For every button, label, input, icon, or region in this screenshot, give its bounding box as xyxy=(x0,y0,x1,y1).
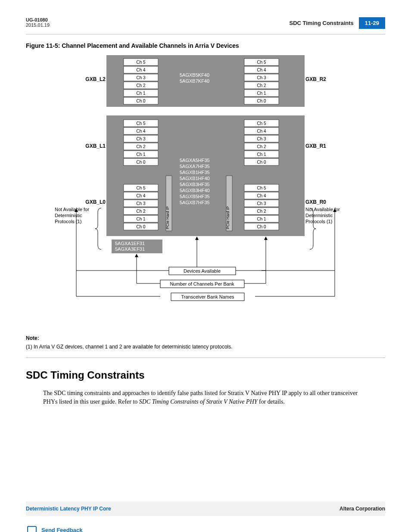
svg-text:Ch 1: Ch 1 xyxy=(257,152,266,157)
svg-text:Ch 5: Ch 5 xyxy=(257,121,266,126)
doc-id: UG-01080 xyxy=(26,17,50,22)
svg-text:Ch 2: Ch 2 xyxy=(257,144,266,149)
svg-text:Ch 3: Ch 3 xyxy=(136,137,146,141)
svg-text:Devices Available: Devices Available xyxy=(184,268,221,274)
svg-text:Ch 1: Ch 1 xyxy=(136,217,146,221)
svg-text:Number of Channels Per Bank: Number of Channels Per Bank xyxy=(170,281,234,286)
body-italic: SDC Timing Constraints of Stratix V Nati… xyxy=(139,398,258,405)
svg-text:Ch 0: Ch 0 xyxy=(257,224,266,229)
svg-text:Ch 1: Ch 1 xyxy=(257,217,266,221)
figure-11-5: Ch 5Ch 4Ch 3Ch 2Ch 1Ch 0 Ch 5Ch 4Ch 3Ch … xyxy=(26,55,385,327)
footer-bar: Deterministic Latency PHY IP Core Altera… xyxy=(26,501,385,516)
devices-extra-2: 5AGXA3EF31 xyxy=(115,246,145,252)
svg-text:Ch 3: Ch 3 xyxy=(257,201,266,206)
svg-text:PCIe Hard IP: PCIe Hard IP xyxy=(165,206,170,229)
doc-date: 2015.01.19 xyxy=(26,22,50,28)
svg-text:Ch 3: Ch 3 xyxy=(136,75,146,80)
svg-text:Ch 5: Ch 5 xyxy=(136,60,146,65)
svg-text:Not Available forDeterministic: Not Available forDeterministicProtocols … xyxy=(55,207,89,224)
page-header: UG-01080 2015.01.19 SDC Timing Constrain… xyxy=(26,17,385,29)
footer-left-link[interactable]: Deterministic Latency PHY IP Core xyxy=(26,506,111,512)
devices-extra-1: 5AGXA1EF31 xyxy=(115,241,145,246)
svg-text:Ch 4: Ch 4 xyxy=(136,129,146,134)
svg-text:Ch 3: Ch 3 xyxy=(257,137,266,141)
svg-text:Ch 0: Ch 0 xyxy=(136,99,146,103)
svg-text:Ch 2: Ch 2 xyxy=(136,83,146,88)
footer-right: Altera Corporation xyxy=(339,506,385,512)
figure-title: Figure 11-5: Channel Placement and Avail… xyxy=(26,42,385,49)
svg-text:Ch 5: Ch 5 xyxy=(257,60,266,65)
svg-text:Ch 3: Ch 3 xyxy=(257,75,266,80)
divider-2 xyxy=(26,358,385,358)
svg-text:GXB_L2: GXB_L2 xyxy=(85,76,106,82)
footer: Deterministic Latency PHY IP Core Altera… xyxy=(26,501,385,532)
svg-text:Ch 4: Ch 4 xyxy=(136,68,146,72)
svg-text:Ch 0: Ch 0 xyxy=(257,99,266,103)
section-heading: SDC Timing Constraints xyxy=(26,369,385,381)
svg-text:PCIe Hard IP: PCIe Hard IP xyxy=(226,206,230,229)
svg-text:GXB_R0: GXB_R0 xyxy=(305,199,326,205)
svg-text:Ch 5: Ch 5 xyxy=(257,186,266,190)
svg-text:Ch 1: Ch 1 xyxy=(257,91,266,96)
section-label: SDC Timing Constraints xyxy=(289,20,353,26)
svg-text:Ch 3: Ch 3 xyxy=(136,201,146,206)
doc-meta: UG-01080 2015.01.19 xyxy=(26,17,50,28)
feedback-row: Send Feedback xyxy=(26,526,385,532)
svg-text:Ch 0: Ch 0 xyxy=(136,224,146,229)
svg-text:Ch 4: Ch 4 xyxy=(136,193,146,198)
svg-text:Ch 0: Ch 0 xyxy=(257,160,266,165)
svg-text:Ch 4: Ch 4 xyxy=(257,193,266,198)
svg-text:GXB_L1: GXB_L1 xyxy=(85,143,106,149)
svg-text:Ch 4: Ch 4 xyxy=(257,129,266,134)
svg-text:Ch 1: Ch 1 xyxy=(136,91,146,96)
speech-bubble-icon xyxy=(26,526,37,532)
header-right: SDC Timing Constraints 11-29 xyxy=(289,17,385,29)
svg-text:Ch 2: Ch 2 xyxy=(257,83,266,88)
svg-text:Ch 2: Ch 2 xyxy=(136,209,146,214)
page-number: 11-29 xyxy=(359,17,385,29)
svg-text:Ch 5: Ch 5 xyxy=(136,121,146,126)
svg-text:GXB_R2: GXB_R2 xyxy=(305,76,326,82)
note-text: (1) In Arria V GZ devices, channel 1 and… xyxy=(26,344,385,350)
divider xyxy=(26,34,385,34)
svg-text:GXB_L0: GXB_L0 xyxy=(85,199,106,205)
body-paragraph: The SDC timing constraints and approache… xyxy=(43,389,368,407)
svg-text:Ch 2: Ch 2 xyxy=(257,209,266,214)
svg-text:Transceiver Bank Names: Transceiver Bank Names xyxy=(181,294,234,299)
svg-text:Ch 2: Ch 2 xyxy=(136,144,146,149)
svg-text:Ch 5: Ch 5 xyxy=(136,186,146,190)
svg-text:GXB_R1: GXB_R1 xyxy=(305,143,326,149)
svg-text:Ch 1: Ch 1 xyxy=(136,152,146,157)
send-feedback-link[interactable]: Send Feedback xyxy=(41,527,82,532)
svg-text:Ch 0: Ch 0 xyxy=(136,160,146,165)
body-text-2: for details. xyxy=(258,398,285,405)
svg-text:Ch 4: Ch 4 xyxy=(257,68,266,72)
note-label: Note: xyxy=(26,335,385,341)
